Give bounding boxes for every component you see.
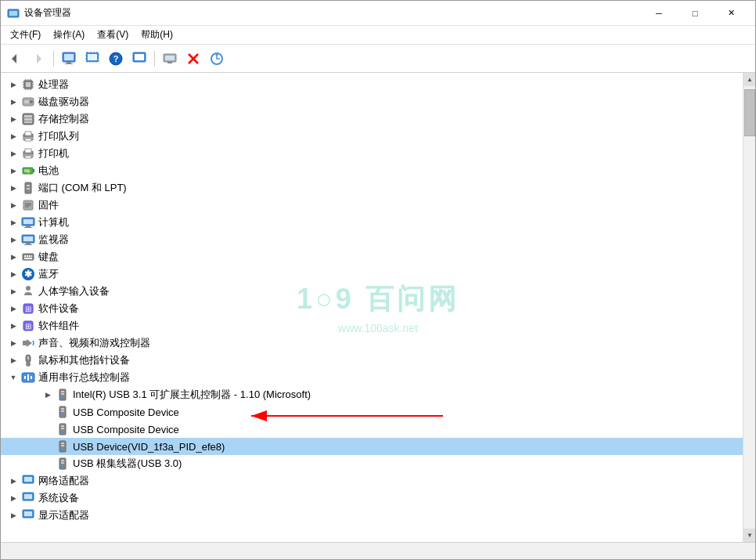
expand-display[interactable]: ▶ xyxy=(7,509,20,522)
expand-disk[interactable]: ▶ xyxy=(7,96,20,108)
back-button[interactable] xyxy=(4,48,26,70)
delete-btn[interactable] xyxy=(182,48,204,70)
expand-usb-intel[interactable]: ▶ xyxy=(41,388,54,401)
tree-item-printer[interactable]: ▶ 打印机 xyxy=(1,145,743,162)
menu-view[interactable]: 查看(V) xyxy=(91,27,135,43)
svg-rect-22 xyxy=(26,82,31,87)
svg-rect-9 xyxy=(88,54,97,60)
maximize-button[interactable]: □ xyxy=(677,1,713,26)
tree-item-hid[interactable]: ▶ 人体学输入设备 xyxy=(1,283,743,300)
expand-keyboard[interactable]: ▶ xyxy=(7,251,20,263)
software-icon: ⊞ xyxy=(21,302,35,316)
expand-bluetooth[interactable]: ▶ xyxy=(7,268,20,280)
tree-item-softcomp[interactable]: ▶ ⊞ 软件组件 xyxy=(1,317,743,334)
menu-help[interactable]: 帮助(H) xyxy=(135,27,179,43)
svg-rect-47 xyxy=(25,149,31,153)
device-manager-window: 设备管理器 ─ □ ✕ 文件(F) 操作(A) 查看(V) 帮助(H) xyxy=(0,0,756,560)
expand-firmware[interactable]: ▶ xyxy=(7,199,20,211)
svg-point-94 xyxy=(62,397,64,399)
svg-rect-13 xyxy=(135,54,144,60)
tree-item-firmware[interactable]: ▶ 固件 xyxy=(1,197,743,214)
tree-item-usb-comp2[interactable]: USB Composite Device xyxy=(1,421,743,438)
processor-icon xyxy=(21,78,35,92)
tree-item-usb-intel[interactable]: ▶ Intel(R) USB 3.1 可扩展主机控制器 - 1.10 (Micr… xyxy=(1,386,743,403)
menu-file[interactable]: 文件(F) xyxy=(4,27,47,43)
forward-button[interactable] xyxy=(27,48,49,70)
help-btn[interactable]: ? xyxy=(105,48,127,70)
devmgr-btn-2[interactable] xyxy=(81,48,103,70)
menu-bar: 文件(F) 操作(A) 查看(V) 帮助(H) xyxy=(1,26,755,45)
svg-rect-5 xyxy=(64,54,74,60)
tree-item-storage[interactable]: ▶ 存储控制器 xyxy=(1,110,743,128)
software-label: 软件设备 xyxy=(38,302,79,316)
expand-softcomp[interactable]: ▶ xyxy=(7,320,20,332)
tree-item-computer[interactable]: ▶ 计算机 xyxy=(1,214,743,231)
svg-rect-114 xyxy=(24,494,32,499)
usb-parent-icon xyxy=(21,370,35,385)
expand-port[interactable]: ▶ xyxy=(7,182,20,194)
svg-rect-88 xyxy=(24,376,26,379)
sysdev-icon xyxy=(21,491,35,505)
expand-usb[interactable]: ▼ xyxy=(7,371,20,384)
vertical-scrollbar[interactable]: ▲ ▼ xyxy=(743,73,755,542)
expand-usb-hub[interactable] xyxy=(41,457,54,470)
expand-network[interactable]: ▶ xyxy=(7,475,20,487)
tree-item-usb-hub[interactable]: USB 根集线器(USB 3.0) xyxy=(1,455,743,472)
title-bar: 设备管理器 ─ □ ✕ xyxy=(1,1,755,26)
expand-usb-device[interactable] xyxy=(41,440,54,453)
tree-item-monitor[interactable]: ▶ 监视器 xyxy=(1,231,743,248)
expand-software[interactable]: ▶ xyxy=(7,302,20,315)
sysdev-label: 系统设备 xyxy=(38,491,79,505)
scroll-thumb[interactable] xyxy=(744,89,755,136)
close-button[interactable]: ✕ xyxy=(713,1,749,26)
tree-item-battery[interactable]: ▶ ⚡ 电池 xyxy=(1,162,743,179)
tree-item-software[interactable]: ▶ ⊞ 软件设备 xyxy=(1,300,743,317)
tree-item-bluetooth[interactable]: ▶ ✱ 蓝牙 xyxy=(1,266,743,283)
tree-item-usb[interactable]: ▼ 通用串行总线控制器 xyxy=(1,369,743,386)
svg-rect-71 xyxy=(27,255,28,257)
expand-storage[interactable]: ▶ xyxy=(7,113,20,125)
expand-sound[interactable]: ▶ xyxy=(7,337,20,349)
tree-item-usb-device[interactable]: USB Device(VID_1f3a_PID_efe8) xyxy=(1,438,743,455)
svg-rect-97 xyxy=(61,410,64,412)
expand-monitor[interactable]: ▶ xyxy=(7,233,20,246)
expand-usb-comp1[interactable] xyxy=(41,406,54,418)
tree-item-keyboard[interactable]: ▶ 键盘 xyxy=(1,248,743,266)
expand-mouse[interactable]: ▶ xyxy=(7,354,20,367)
expand-sysdev[interactable]: ▶ xyxy=(7,492,20,504)
usb-device-icon xyxy=(56,439,70,453)
devmgr-btn-1[interactable] xyxy=(58,48,80,70)
expand-hid[interactable]: ▶ xyxy=(7,285,20,298)
tree-item-sysdev[interactable]: ▶ 系统设备 xyxy=(1,490,743,507)
tree-item-disk[interactable]: ▶ 磁盘驱动器 xyxy=(1,93,743,110)
expand-processor[interactable]: ▶ xyxy=(7,78,20,91)
tree-item-printqueue[interactable]: ▶ 打印队列 xyxy=(1,128,743,145)
svg-rect-62 xyxy=(23,219,33,224)
softcomp-label: 软件组件 xyxy=(38,319,79,333)
tree-item-usb-comp1[interactable]: USB Composite Device xyxy=(1,403,743,421)
tree-item-display[interactable]: ▶ 显示适配器 xyxy=(1,507,743,524)
svg-rect-55 xyxy=(27,185,30,186)
minimize-button[interactable]: ─ xyxy=(641,1,677,26)
expand-printer[interactable]: ▶ xyxy=(7,147,20,160)
keyboard-label: 键盘 xyxy=(38,250,59,264)
firmware-icon xyxy=(21,198,35,212)
svg-point-102 xyxy=(62,432,64,434)
expand-battery[interactable]: ▶ xyxy=(7,164,20,177)
expand-printqueue[interactable]: ▶ xyxy=(7,130,20,143)
update-btn[interactable] xyxy=(206,48,228,70)
usb-hub-label: USB 根集线器(USB 3.0) xyxy=(73,457,182,471)
tree-item-port[interactable]: ▶ 端口 (COM 和 LPT) xyxy=(1,179,743,197)
device-tree[interactable]: ▶ 处理器 ▶ 磁盘驱动器 ▶ 存储控制器 xyxy=(1,73,743,542)
computer-btn[interactable] xyxy=(159,48,181,70)
tree-item-mouse[interactable]: ▶ 鼠标和其他指针设备 xyxy=(1,352,743,369)
tree-item-processor[interactable]: ▶ 处理器 xyxy=(1,76,743,93)
menu-action[interactable]: 操作(A) xyxy=(47,27,91,43)
expand-computer[interactable]: ▶ xyxy=(7,216,20,229)
tree-item-sound[interactable]: ▶ 声音、视频和游戏控制器 xyxy=(1,334,743,352)
expand-usb-comp2[interactable] xyxy=(41,423,54,435)
tree-item-network[interactable]: ▶ 网络适配器 xyxy=(1,472,743,490)
view-btn[interactable] xyxy=(128,48,150,70)
scroll-down[interactable]: ▼ xyxy=(743,529,755,542)
scroll-up[interactable]: ▲ xyxy=(743,73,755,86)
